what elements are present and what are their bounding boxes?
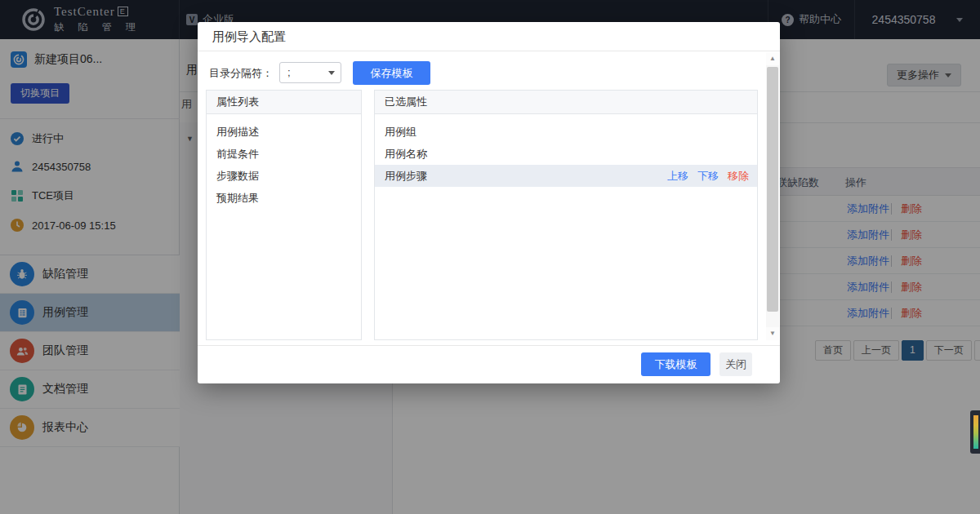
- selected-attribute-item[interactable]: 用例名称: [375, 143, 757, 165]
- move-down-link[interactable]: 下移: [697, 165, 719, 187]
- move-up-link[interactable]: 上移: [667, 165, 688, 187]
- selected-attribute-label: 用例步骤: [385, 165, 427, 187]
- separator-value: ;: [287, 66, 291, 78]
- selected-attribute-item-active[interactable]: 用例步骤 上移 下移 移除: [375, 165, 757, 187]
- attribute-item[interactable]: 前提条件: [207, 143, 361, 165]
- selected-attributes-list: 用例组用例名称 用例步骤 上移 下移 移除: [375, 114, 757, 187]
- app-root: TestCenterE 缺 陷 管 理 V 企业版 ? 帮助中心 2454350…: [0, 0, 980, 514]
- selected-attribute-item[interactable]: 用例组: [375, 121, 757, 143]
- attribute-list-header: 属性列表: [207, 91, 361, 114]
- row-actions: 上移 下移 移除: [667, 165, 757, 187]
- scroll-up-arrow[interactable]: ▲: [766, 52, 779, 65]
- scrollbar-thumb[interactable]: [767, 67, 778, 312]
- dialog-header: 用例导入配置: [198, 22, 780, 51]
- selected-attributes-header: 已选属性: [375, 91, 757, 114]
- select-caret-icon: [328, 71, 335, 75]
- case-import-config-dialog: 用例导入配置 目录分隔符： ; 保存模板 属性列表 用例描述前提条件步骤数据预期…: [198, 22, 780, 383]
- color-bars-icon: [973, 415, 978, 449]
- separator-select[interactable]: ;: [279, 62, 341, 83]
- remove-link[interactable]: 移除: [728, 165, 749, 187]
- attribute-item[interactable]: 步骤数据: [207, 165, 361, 187]
- attribute-item[interactable]: 用例描述: [207, 121, 361, 143]
- dialog-scrollbar: ▲ ▼: [766, 52, 779, 340]
- edge-floating-widget[interactable]: [970, 410, 980, 454]
- save-template-button[interactable]: 保存模板: [353, 61, 430, 85]
- attribute-item[interactable]: 预期结果: [207, 187, 361, 209]
- download-template-button[interactable]: 下载模板: [641, 352, 710, 376]
- attribute-list: 用例描述前提条件步骤数据预期结果: [207, 114, 361, 209]
- scroll-down-arrow[interactable]: ▼: [766, 327, 779, 340]
- close-button[interactable]: 关闭: [719, 352, 752, 376]
- dialog-footer: 下载模板 关闭: [198, 345, 780, 383]
- separator-label: 目录分隔符：: [209, 62, 273, 84]
- selected-attributes-panel: 已选属性 用例组用例名称 用例步骤 上移 下移 移除: [374, 90, 758, 340]
- dialog-title: 用例导入配置: [212, 22, 286, 51]
- attribute-list-panel: 属性列表 用例描述前提条件步骤数据预期结果: [206, 90, 362, 340]
